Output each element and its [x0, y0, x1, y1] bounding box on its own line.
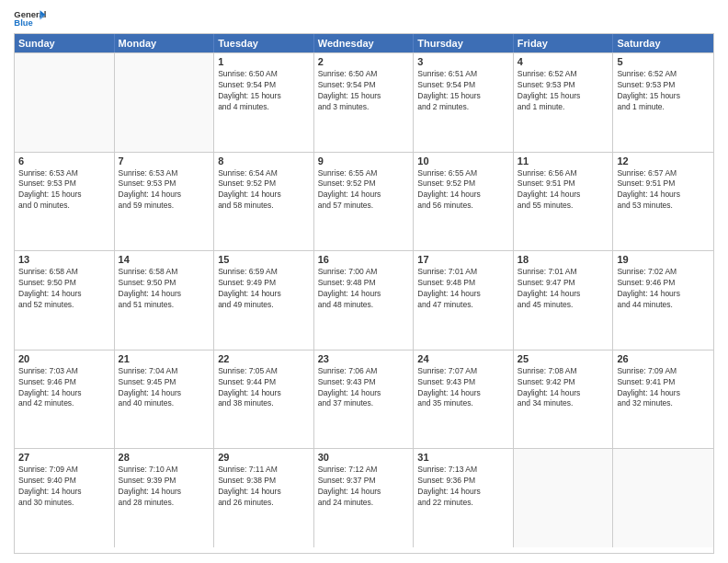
day-info: Sunrise: 6:51 AM Sunset: 9:54 PM Dayligh… — [417, 69, 509, 113]
cal-cell: 7Sunrise: 6:53 AM Sunset: 9:53 PM Daylig… — [115, 153, 215, 251]
weekday-header-monday: Monday — [115, 34, 215, 52]
day-number: 1 — [218, 56, 310, 67]
day-info: Sunrise: 6:56 AM Sunset: 9:51 PM Dayligh… — [518, 168, 609, 213]
day-info: Sunrise: 6:50 AM Sunset: 9:54 PM Dayligh… — [218, 69, 310, 113]
day-info: Sunrise: 7:02 AM Sunset: 9:46 PM Dayligh… — [617, 267, 710, 311]
cal-cell: 6Sunrise: 6:53 AM Sunset: 9:53 PM Daylig… — [15, 153, 115, 251]
day-info: Sunrise: 7:11 AM Sunset: 9:38 PM Dayligh… — [218, 465, 310, 509]
day-number: 9 — [318, 155, 410, 167]
day-info: Sunrise: 7:09 AM Sunset: 9:40 PM Dayligh… — [18, 465, 110, 509]
weekday-header-sunday: Sunday — [15, 34, 115, 52]
week-row-1: 6Sunrise: 6:53 AM Sunset: 9:53 PM Daylig… — [15, 152, 713, 251]
day-number: 22 — [218, 353, 310, 364]
weekday-header-tuesday: Tuesday — [214, 34, 314, 52]
day-info: Sunrise: 7:12 AM Sunset: 9:37 PM Dayligh… — [318, 465, 410, 509]
day-info: Sunrise: 6:58 AM Sunset: 9:50 PM Dayligh… — [18, 267, 110, 311]
cal-cell: 17Sunrise: 7:01 AM Sunset: 9:48 PM Dayli… — [414, 251, 514, 350]
day-info: Sunrise: 6:58 AM Sunset: 9:50 PM Dayligh… — [119, 267, 210, 311]
cal-cell: 11Sunrise: 6:56 AM Sunset: 9:51 PM Dayli… — [514, 153, 614, 251]
day-info: Sunrise: 7:06 AM Sunset: 9:43 PM Dayligh… — [318, 366, 410, 410]
week-row-2: 13Sunrise: 6:58 AM Sunset: 9:50 PM Dayli… — [15, 250, 713, 350]
cal-cell — [613, 449, 713, 547]
svg-text:Blue: Blue — [14, 17, 32, 28]
cal-cell: 24Sunrise: 7:07 AM Sunset: 9:43 PM Dayli… — [414, 350, 514, 449]
weekday-header-thursday: Thursday — [414, 34, 514, 52]
cal-cell: 27Sunrise: 7:09 AM Sunset: 9:40 PM Dayli… — [15, 449, 115, 547]
cal-cell: 22Sunrise: 7:05 AM Sunset: 9:44 PM Dayli… — [214, 350, 314, 449]
day-number: 27 — [18, 452, 110, 463]
calendar-body: 1Sunrise: 6:50 AM Sunset: 9:54 PM Daylig… — [15, 52, 713, 547]
cal-cell — [514, 449, 614, 547]
day-info: Sunrise: 6:53 AM Sunset: 9:53 PM Dayligh… — [18, 168, 110, 213]
cal-cell: 16Sunrise: 7:00 AM Sunset: 9:48 PM Dayli… — [314, 251, 415, 350]
logo-icon: General Blue — [14, 9, 47, 28]
day-number: 21 — [119, 353, 210, 364]
day-number: 15 — [218, 254, 310, 265]
week-row-3: 20Sunrise: 7:03 AM Sunset: 9:46 PM Dayli… — [15, 350, 713, 449]
cal-cell: 3Sunrise: 6:51 AM Sunset: 9:54 PM Daylig… — [414, 53, 514, 152]
day-number: 7 — [119, 155, 210, 167]
day-info: Sunrise: 6:52 AM Sunset: 9:53 PM Dayligh… — [518, 69, 609, 113]
day-number: 3 — [417, 56, 509, 67]
day-info: Sunrise: 7:03 AM Sunset: 9:46 PM Dayligh… — [18, 366, 110, 410]
day-number: 13 — [18, 254, 110, 265]
week-row-0: 1Sunrise: 6:50 AM Sunset: 9:54 PM Daylig… — [15, 52, 713, 152]
cal-cell — [115, 53, 215, 152]
cal-cell: 2Sunrise: 6:50 AM Sunset: 9:54 PM Daylig… — [314, 53, 415, 152]
cal-cell: 19Sunrise: 7:02 AM Sunset: 9:46 PM Dayli… — [613, 251, 713, 350]
cal-cell: 30Sunrise: 7:12 AM Sunset: 9:37 PM Dayli… — [314, 449, 415, 547]
day-info: Sunrise: 7:04 AM Sunset: 9:45 PM Dayligh… — [119, 366, 210, 410]
day-number: 4 — [518, 56, 609, 67]
day-number: 29 — [218, 452, 310, 463]
calendar: SundayMondayTuesdayWednesdayThursdayFrid… — [14, 33, 714, 554]
day-number: 18 — [518, 254, 609, 265]
day-number: 2 — [318, 56, 410, 67]
cal-cell: 10Sunrise: 6:55 AM Sunset: 9:52 PM Dayli… — [414, 153, 514, 251]
day-info: Sunrise: 7:10 AM Sunset: 9:39 PM Dayligh… — [119, 465, 210, 509]
cal-cell: 25Sunrise: 7:08 AM Sunset: 9:42 PM Dayli… — [514, 350, 614, 449]
day-info: Sunrise: 6:57 AM Sunset: 9:51 PM Dayligh… — [617, 168, 710, 213]
day-number: 12 — [617, 155, 710, 167]
day-info: Sunrise: 7:09 AM Sunset: 9:41 PM Dayligh… — [617, 366, 710, 410]
cal-cell: 14Sunrise: 6:58 AM Sunset: 9:50 PM Dayli… — [115, 251, 215, 350]
cal-cell: 18Sunrise: 7:01 AM Sunset: 9:47 PM Dayli… — [514, 251, 614, 350]
day-number: 23 — [318, 353, 410, 364]
day-number: 11 — [518, 155, 609, 167]
day-info: Sunrise: 6:59 AM Sunset: 9:49 PM Dayligh… — [218, 267, 310, 311]
day-number: 17 — [417, 254, 509, 265]
cal-cell: 8Sunrise: 6:54 AM Sunset: 9:52 PM Daylig… — [214, 153, 314, 251]
day-number: 24 — [417, 353, 509, 364]
day-info: Sunrise: 7:00 AM Sunset: 9:48 PM Dayligh… — [318, 267, 410, 311]
cal-cell: 4Sunrise: 6:52 AM Sunset: 9:53 PM Daylig… — [514, 53, 614, 152]
day-number: 25 — [518, 353, 609, 364]
day-number: 19 — [617, 254, 710, 265]
day-number: 26 — [617, 353, 710, 364]
day-number: 8 — [218, 155, 310, 167]
cal-cell: 5Sunrise: 6:52 AM Sunset: 9:53 PM Daylig… — [613, 53, 713, 152]
cal-cell: 28Sunrise: 7:10 AM Sunset: 9:39 PM Dayli… — [115, 449, 215, 547]
day-info: Sunrise: 7:05 AM Sunset: 9:44 PM Dayligh… — [218, 366, 310, 410]
cal-cell: 20Sunrise: 7:03 AM Sunset: 9:46 PM Dayli… — [15, 350, 115, 449]
day-info: Sunrise: 7:01 AM Sunset: 9:47 PM Dayligh… — [518, 267, 609, 311]
cal-cell: 23Sunrise: 7:06 AM Sunset: 9:43 PM Dayli… — [314, 350, 415, 449]
day-info: Sunrise: 7:01 AM Sunset: 9:48 PM Dayligh… — [417, 267, 509, 311]
cal-cell: 15Sunrise: 6:59 AM Sunset: 9:49 PM Dayli… — [214, 251, 314, 350]
cal-cell: 21Sunrise: 7:04 AM Sunset: 9:45 PM Dayli… — [115, 350, 215, 449]
weekday-header-saturday: Saturday — [613, 34, 713, 52]
day-number: 28 — [119, 452, 210, 463]
calendar-header: SundayMondayTuesdayWednesdayThursdayFrid… — [15, 34, 713, 52]
day-info: Sunrise: 7:13 AM Sunset: 9:36 PM Dayligh… — [417, 465, 509, 509]
day-number: 16 — [318, 254, 410, 265]
weekday-header-wednesday: Wednesday — [314, 34, 415, 52]
day-info: Sunrise: 6:55 AM Sunset: 9:52 PM Dayligh… — [417, 168, 509, 213]
day-number: 10 — [417, 155, 509, 167]
day-number: 5 — [617, 56, 710, 67]
cal-cell: 26Sunrise: 7:09 AM Sunset: 9:41 PM Dayli… — [613, 350, 713, 449]
cal-cell — [15, 53, 115, 152]
day-info: Sunrise: 7:08 AM Sunset: 9:42 PM Dayligh… — [518, 366, 609, 410]
cal-cell: 29Sunrise: 7:11 AM Sunset: 9:38 PM Dayli… — [214, 449, 314, 547]
day-number: 6 — [18, 155, 110, 167]
day-info: Sunrise: 6:53 AM Sunset: 9:53 PM Dayligh… — [119, 168, 210, 213]
calendar-page: General Blue SundayMondayTuesdayWednesda… — [0, 0, 728, 563]
week-row-4: 27Sunrise: 7:09 AM Sunset: 9:40 PM Dayli… — [15, 448, 713, 547]
